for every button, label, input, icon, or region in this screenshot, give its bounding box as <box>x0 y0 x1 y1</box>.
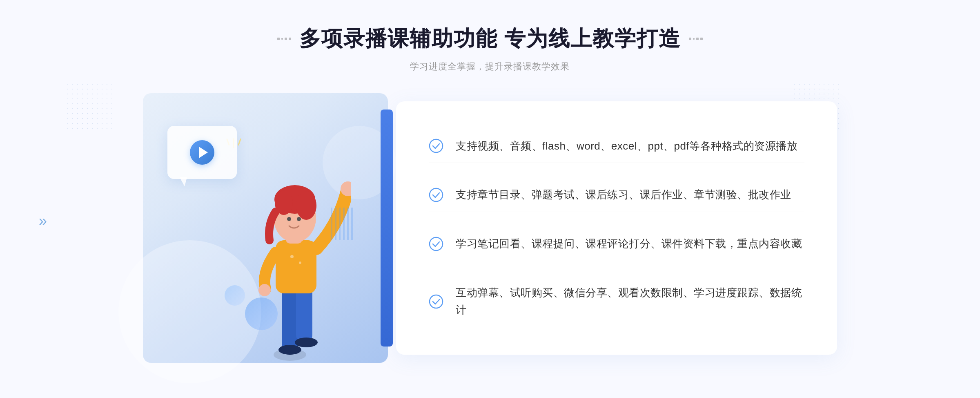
feature-item-1: 支持视频、音频、flash、word、excel、ppt、pdf等各种格式的资源… <box>429 130 804 163</box>
svg-point-7 <box>258 284 271 296</box>
feature-item-3: 学习笔记回看、课程提问、课程评论打分、课件资料下载，重点内容收藏 <box>429 227 804 261</box>
svg-point-11 <box>296 191 316 220</box>
deco-circle-blue-small <box>225 285 245 306</box>
check-icon-1 <box>429 139 443 153</box>
svg-rect-2 <box>296 285 312 342</box>
svg-point-4 <box>295 338 318 347</box>
svg-point-20 <box>430 295 443 308</box>
feature-text-4: 互动弹幕、试听购买、微信分享、观看次数限制、学习进度跟踪、数据统计 <box>456 284 804 318</box>
feature-text-1: 支持视频、音频、flash、word、excel、ppt、pdf等各种格式的资源… <box>456 138 797 155</box>
content-panel: 支持视频、音频、flash、word、excel、ppt、pdf等各种格式的资源… <box>396 101 837 355</box>
light-ray-3 <box>238 139 241 146</box>
svg-point-16 <box>299 262 301 264</box>
svg-point-14 <box>297 217 301 221</box>
illustration-panel <box>143 93 388 363</box>
svg-point-15 <box>290 255 294 258</box>
feature-item-4: 互动弹幕、试听购买、微信分享、观看次数限制、学习进度跟踪、数据统计 <box>429 276 804 326</box>
deco-circle-blue <box>245 297 278 330</box>
title-decorator-left <box>277 38 291 40</box>
title-row: 多项录播课辅助功能 专为线上教学打造 <box>277 25 703 53</box>
svg-point-17 <box>430 139 443 152</box>
character-figure <box>229 159 351 363</box>
header-section: 多项录播课辅助功能 专为线上教学打造 学习进度全掌握，提升录播课教学效果 <box>277 25 703 73</box>
svg-point-13 <box>287 217 291 221</box>
bg-dots-left <box>65 82 114 131</box>
main-content: 支持视频、音频、flash、word、excel、ppt、pdf等各种格式的资源… <box>143 93 837 363</box>
feature-text-2: 支持章节目录、弹题考试、课后练习、课后作业、章节测验、批改作业 <box>456 186 791 203</box>
svg-point-3 <box>278 345 301 355</box>
title-decorator-right <box>689 38 703 40</box>
play-icon <box>190 140 214 165</box>
stripe-decoration <box>331 208 355 240</box>
check-icon-3 <box>429 237 443 251</box>
page-container: » 多项录播课辅助功能 专为线上教学打造 学习进度全掌握，提升录播课教学效果 <box>0 0 980 398</box>
blue-accent-bar <box>381 110 393 347</box>
page-subtitle: 学习进度全掌握，提升录播课教学效果 <box>277 60 703 73</box>
svg-point-19 <box>430 237 443 250</box>
check-icon-2 <box>429 188 443 202</box>
feature-item-2: 支持章节目录、弹题考试、课后练习、课后作业、章节测验、批改作业 <box>429 178 804 212</box>
arrow-left-decoration: » <box>39 212 47 230</box>
check-icon-4 <box>429 294 443 309</box>
page-title: 多项录播课辅助功能 专为线上教学打造 <box>299 25 681 53</box>
speech-bubble <box>167 126 237 179</box>
svg-point-18 <box>430 188 443 201</box>
feature-text-3: 学习笔记回看、课程提问、课程评论打分、课件资料下载，重点内容收藏 <box>456 235 802 253</box>
